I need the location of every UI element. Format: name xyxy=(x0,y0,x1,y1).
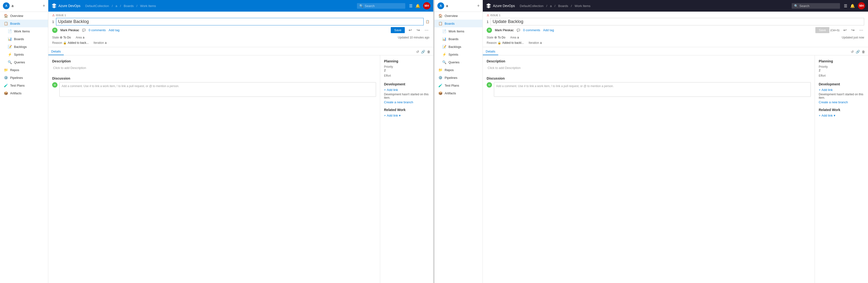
breadcrumb-item[interactable]: Work Items xyxy=(140,4,156,8)
right-breadcrumb-item[interactable]: DefaultCollection xyxy=(520,4,544,8)
sidebar-item-sprints[interactable]: ⚡ Sprints xyxy=(0,51,48,58)
development-section: Development + Add link Development hasn'… xyxy=(384,82,429,104)
right-sidebar-item-queries[interactable]: 🔍 Queries xyxy=(434,58,483,66)
sidebar-item-queries[interactable]: 🔍 Queries xyxy=(0,58,48,66)
right-sidebar-item-overview[interactable]: 🏠 Overview xyxy=(434,12,483,20)
save-button[interactable]: Save xyxy=(391,27,405,33)
repos-icon: 📁 xyxy=(4,68,8,72)
right-history-icon-btn[interactable]: ↺ xyxy=(851,50,854,54)
right-user-avatar[interactable]: MH xyxy=(858,2,865,9)
right-delete-icon-btn[interactable]: 🗑 xyxy=(862,50,865,54)
sidebar-item-artifacts[interactable]: 📦 Artifacts xyxy=(0,89,48,97)
right-iteration-value[interactable]: a xyxy=(540,41,542,45)
undo-button[interactable]: ↩ xyxy=(408,27,413,33)
right-add-tag-button[interactable]: Add tag xyxy=(543,28,554,32)
sidebar-item-overview[interactable]: 🏠 Overview xyxy=(0,12,48,20)
right-search-box[interactable]: 🔍 xyxy=(792,3,840,9)
right-search-input[interactable] xyxy=(799,4,833,8)
related-add-link-button[interactable]: + Add link ▾ xyxy=(384,114,429,117)
right-sidebar-nav: 🏠 Overview 📋 Boards 📄 Work Items 📊 Board… xyxy=(434,12,483,283)
right-create-branch-link[interactable]: Create a new branch xyxy=(819,101,864,104)
breadcrumb-item[interactable]: DefaultCollection xyxy=(85,4,109,8)
create-branch-link[interactable]: Create a new branch xyxy=(384,101,429,104)
sidebar-item-pipelines[interactable]: ⚙️ Pipelines xyxy=(0,74,48,82)
notification-icon[interactable]: 🔔 xyxy=(415,4,420,8)
sidebar-item-test-plans[interactable]: 🧪 Test Plans xyxy=(0,82,48,89)
right-sidebar-item-label: Repos xyxy=(445,68,454,72)
right-sidebar-item-boards-header[interactable]: 📋 Boards xyxy=(434,20,483,27)
right-sidebar-item-repos[interactable]: 📁 Repos xyxy=(434,66,483,74)
description-input[interactable]: Click to add Description xyxy=(52,65,376,70)
right-list-icon[interactable]: ☰ xyxy=(844,4,847,8)
right-save-button[interactable]: Save xyxy=(815,27,829,33)
comment-input[interactable]: Add a comment. Use # to link a work item… xyxy=(59,82,376,97)
right-more-options-button[interactable]: ⋯ xyxy=(858,27,864,33)
right-comment-input[interactable]: Add a comment. Use # to link a work item… xyxy=(494,82,811,97)
iteration-value[interactable]: a xyxy=(105,41,106,45)
link-icon-btn[interactable]: 🔗 xyxy=(421,50,425,54)
right-notification-icon[interactable]: 🔔 xyxy=(850,4,855,8)
right-reason-value[interactable]: Added to backl... xyxy=(502,41,524,45)
delete-icon-btn[interactable]: 🗑 xyxy=(427,50,430,54)
redo-button[interactable]: ↪ xyxy=(416,27,421,33)
right-add-project-button[interactable]: + xyxy=(477,3,479,8)
priority-value[interactable]: 2 xyxy=(384,68,429,72)
right-link-icon-btn[interactable]: 🔗 xyxy=(856,50,860,54)
right-related-add-label: Add link xyxy=(822,114,833,117)
right-comments-link[interactable]: 0 comments xyxy=(523,28,540,32)
right-redo-button[interactable]: ↪ xyxy=(850,27,856,33)
right-effort-label: Effort xyxy=(819,74,864,77)
dev-add-link-button[interactable]: + Add link xyxy=(384,88,429,92)
state-value[interactable]: To Do xyxy=(63,36,71,39)
sidebar-item-boards[interactable]: 📊 Boards xyxy=(0,35,48,43)
right-area-value[interactable]: a xyxy=(517,36,519,39)
sidebar-item-work-items[interactable]: 📄 Work Items xyxy=(0,27,48,35)
right-sidebar-item-boards[interactable]: 📊 Boards xyxy=(434,35,483,43)
left-main-content: Azure DevOps DefaultCollection / a / Boa… xyxy=(48,0,433,283)
right-sidebar-item-test-plans[interactable]: 🧪 Test Plans xyxy=(434,82,483,89)
area-value[interactable]: a xyxy=(83,36,85,39)
right-undo-button[interactable]: ↩ xyxy=(842,27,847,33)
overview-icon: 🏠 xyxy=(4,14,8,18)
sidebar-item-repos[interactable]: 📁 Repos xyxy=(0,66,48,74)
right-dev-add-link-button[interactable]: + Add link xyxy=(819,88,864,92)
sidebar-item-backlogs[interactable]: 📝 Backlogs xyxy=(0,43,48,51)
right-breadcrumb-item[interactable]: a xyxy=(550,4,552,8)
right-breadcrumb-item[interactable]: Boards xyxy=(558,4,568,8)
reason-field: Reason 🔒 Added to back... xyxy=(52,41,89,45)
breadcrumb-item[interactable]: a xyxy=(116,4,117,8)
sidebar-item-boards-header[interactable]: 📋 Boards xyxy=(0,20,48,27)
right-related-add-link-button[interactable]: + Add link ▾ xyxy=(819,114,864,117)
right-description-input[interactable]: Click to add Description xyxy=(487,65,811,70)
add-tag-button[interactable]: Add tag xyxy=(109,28,120,32)
add-project-button[interactable]: + xyxy=(42,3,45,8)
right-sidebar-item-work-items[interactable]: 📄 Work Items xyxy=(434,27,483,35)
issue-label: ⚠ ISSUE 1 xyxy=(52,13,429,17)
iteration-field: Iteration a xyxy=(93,41,106,45)
tab-details[interactable]: Details xyxy=(48,48,64,55)
comments-link[interactable]: 0 comments xyxy=(89,28,106,32)
right-sidebar-item-pipelines[interactable]: ⚙️ Pipelines xyxy=(434,74,483,82)
search-input[interactable] xyxy=(365,4,399,8)
right-work-item-title-input[interactable] xyxy=(491,18,864,25)
reason-value[interactable]: Added to back... xyxy=(68,41,89,45)
breadcrumb-item[interactable]: Boards xyxy=(124,4,133,8)
right-tab-details[interactable]: Details xyxy=(483,48,498,55)
right-sidebar-item-sprints[interactable]: ⚡ Sprints xyxy=(434,51,483,58)
right-sidebar-item-artifacts[interactable]: 📦 Artifacts xyxy=(434,89,483,97)
right-priority-value[interactable]: 2 xyxy=(819,68,864,72)
right-test-plans-icon: 🧪 xyxy=(438,83,442,87)
right-breadcrumb-item[interactable]: Work Items xyxy=(575,4,590,8)
sidebar-item-label: Artifacts xyxy=(10,91,22,95)
more-options-button[interactable]: ⋯ xyxy=(424,27,429,33)
history-icon-btn[interactable]: ↺ xyxy=(416,50,419,54)
copy-icon[interactable]: 📋 xyxy=(426,20,429,24)
left-search-box[interactable]: 🔍 xyxy=(357,3,405,9)
work-item-title-input[interactable] xyxy=(56,18,424,25)
user-avatar[interactable]: MH xyxy=(423,2,430,9)
right-backlogs-icon: 📝 xyxy=(442,45,446,49)
list-icon[interactable]: ☰ xyxy=(409,4,412,8)
right-sidebar-item-backlogs[interactable]: 📝 Backlogs xyxy=(434,43,483,51)
state-label: State xyxy=(52,36,59,39)
right-state-value[interactable]: To Do xyxy=(498,36,505,39)
